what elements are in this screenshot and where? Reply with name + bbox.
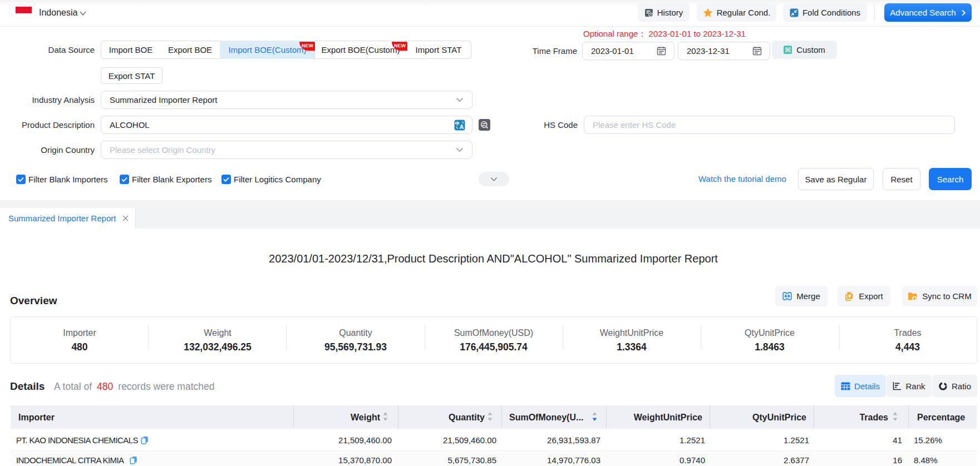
svg-text:A: A xyxy=(460,123,464,130)
